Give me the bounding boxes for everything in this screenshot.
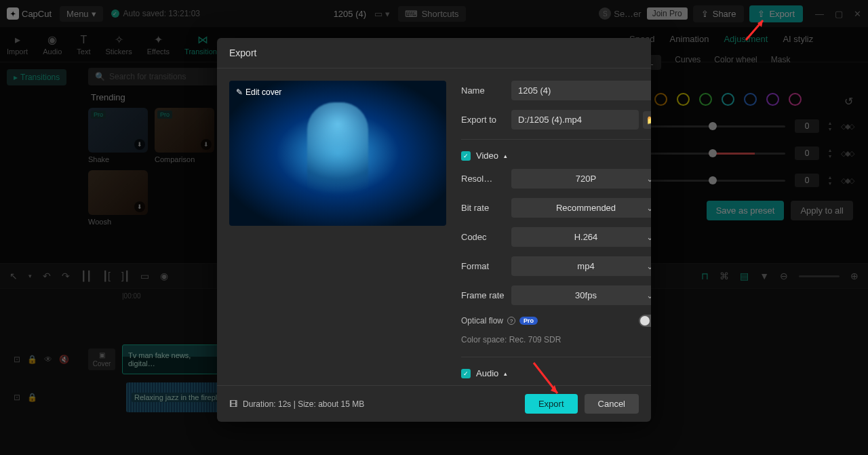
checkbox-checked-icon: ✓ [461, 151, 471, 161]
pencil-icon: ✎ [236, 87, 243, 97]
framerate-label: Frame rate [461, 290, 511, 300]
video-section-toggle[interactable]: ✓ Video ▴ [461, 151, 651, 161]
export-dialog: Export ✎ Edit cover Name Export to 📁 [217, 38, 651, 422]
audio-section-toggle[interactable]: ✓ Audio ▴ [461, 368, 651, 378]
dialog-cancel-button[interactable]: Cancel [585, 394, 639, 414]
format-select[interactable]: mp4 [511, 256, 651, 276]
codec-select[interactable]: H.264 [511, 227, 651, 247]
pro-badge: Pro [519, 317, 538, 325]
export-to-input[interactable] [511, 110, 639, 130]
name-input[interactable] [511, 81, 651, 100]
color-space-text: Color space: Rec. 709 SDR [461, 335, 651, 344]
chevron-up-icon: ▴ [504, 153, 507, 159]
export-meta: 🎞 Duration: 12s | Size: about 15 MB [229, 399, 364, 409]
codec-label: Codec [461, 232, 511, 242]
framerate-select[interactable]: 30fps [511, 285, 651, 305]
cover-preview: ✎ Edit cover [229, 81, 446, 226]
folder-icon[interactable]: 📁 [643, 111, 651, 129]
dialog-title: Export [217, 38, 651, 68]
film-icon: 🎞 [229, 399, 237, 409]
bitrate-select[interactable]: Recommended [511, 198, 651, 218]
optical-flow-row: Optical flow ? Pro [461, 315, 651, 327]
checkbox-checked-icon: ✓ [461, 369, 471, 378]
bitrate-label: Bit rate [461, 203, 511, 213]
edit-cover-button[interactable]: ✎ Edit cover [236, 87, 281, 97]
resolution-label: Resol… [461, 174, 511, 184]
optical-flow-toggle[interactable] [639, 315, 651, 327]
format-label: Format [461, 261, 511, 271]
chevron-up-icon: ▴ [504, 370, 507, 377]
name-label: Name [461, 85, 511, 96]
resolution-select[interactable]: 720P [511, 169, 651, 189]
export-to-label: Export to [461, 115, 511, 125]
info-icon[interactable]: ? [507, 317, 515, 325]
dialog-export-button[interactable]: Export [525, 394, 578, 414]
